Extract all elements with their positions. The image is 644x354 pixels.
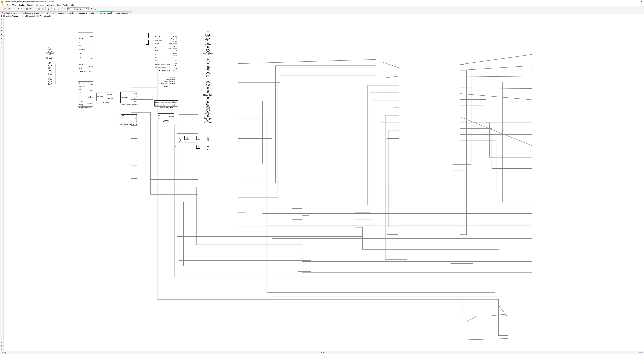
image-icon[interactable]: ▦ [0,37,3,40]
menu-edit[interactable]: Edit [6,4,11,6]
close-button[interactable]: ✕ [639,0,643,3]
mux-block[interactable] [55,64,56,84]
canvas[interactable]: 7Vwe 8Omegawe 1kill switch 2deltat 3delt… [4,18,644,351]
inport-deltar[interactable]: 6deltar [48,81,52,84]
fast-restart-button[interactable]: ✔▾ [90,7,94,11]
egm-dem-block[interactable]: EGM96 geoid elevation terrain elevation … [154,101,178,107]
aerodynamics-block[interactable]: Vb Omegab Cbe Vwe Omegawe Vbdot rho a de… [78,33,93,70]
close-icon[interactable]: ✕ [74,12,76,14]
nav-back-button[interactable]: ⬅ [13,7,16,11]
save-button[interactable]: 💾▾ [7,7,12,11]
area-icon[interactable]: ▢ [0,41,3,43]
inport-omegawe[interactable]: 8Omegawe [48,49,52,52]
maximize-button[interactable]: □ [635,0,639,3]
breadcrumb-current[interactable]: Aircraft model [40,15,51,17]
zoom-in-icon[interactable]: 🔍 [0,22,3,25]
cos-block[interactable]: cos [184,136,189,140]
gravity-block[interactable]: g latitude MSL altitude terrain elevatio… [157,76,176,85]
outport-on-the-ground[interactable]: 13on the ground [206,50,210,53]
show-panel-icon[interactable]: » [0,348,3,351]
outport-altitude[interactable]: 3altitude [206,41,210,44]
menu-display[interactable]: Display [18,4,26,6]
outport-phi[interactable]: 8phi [206,78,210,80]
run-button[interactable]: ▶ [50,7,53,11]
product-xe-block[interactable]: × [196,145,200,149]
menu-help[interactable]: Help [69,4,75,6]
mass-inertia-block[interactable]: fuel mass mass Ib Ibinv CGb Mass and ine… [120,92,138,103]
terminator-block[interactable] [114,119,116,121]
nav-forward-button[interactable]: ➡ [16,7,20,11]
outport-Vb[interactable]: 5Vb [206,59,210,62]
menu-simulation[interactable]: Simulation [35,4,46,6]
tab-forces[interactable]: Forces equation✕ [113,12,132,14]
inport-killswitch[interactable]: 1kill switch [48,55,52,57]
update-diagram-button[interactable]: 🔄 [38,7,41,11]
data-inspector-button[interactable]: 📊▾ [94,7,98,11]
close-icon[interactable]: ✕ [42,12,43,14]
inport-deltaf[interactable]: 3deltaf [48,65,52,68]
outport-AGL[interactable]: 12AGL [206,46,210,48]
stop-button[interactable]: ■ [57,7,61,11]
sum-circle-1[interactable] [178,139,181,142]
stop-time-input[interactable] [67,7,74,11]
menu-file[interactable]: File [0,4,6,6]
close-icon[interactable]: ✕ [18,12,19,14]
tab-aircraft-model[interactable]: Aircraft model [99,11,113,14]
outport-fuel-mass[interactable]: 19fuel mass [206,115,210,117]
outport-alpha[interactable]: 16alpha [206,105,210,108]
status-solver[interactable]: ode4 [639,352,643,354]
tab-traslational[interactable]: Traslational kinematics✕ [20,12,44,14]
build-button[interactable]: 🔧 [42,7,45,11]
outport-psi[interactable]: 10psi [206,87,210,89]
model-config-button[interactable]: ⚙▾ [29,7,32,11]
eom-block[interactable]: Fab+Ftb Mab+Mtb mass Ib Ibinv g M N EGM9… [155,35,178,70]
sim-mode-select[interactable]: Normal [74,7,89,11]
toggle-perspective-icon[interactable]: ⇄ [0,30,3,32]
close-icon[interactable]: ✕ [129,12,130,14]
menu-view[interactable]: View [11,4,18,6]
outport-wengine[interactable]: 18wengine [206,110,210,113]
menu-tools[interactable]: Tools [62,4,69,6]
outport-V[interactable]: 14V [206,96,210,99]
zoom-fit-icon[interactable]: ⤢ [0,19,3,21]
annotation-icon[interactable]: ☰ [0,33,3,36]
outport-latitude[interactable]: 1latitude [206,32,210,34]
propulsion-block[interactable]: kill switch out of fuel deltat rho P V C… [78,81,93,107]
sum-circle-2[interactable] [173,146,176,149]
step-forward-button[interactable]: ⏭ [54,7,57,11]
model-explorer-button[interactable]: ☰▾ [33,7,36,11]
sum-fab-ftb[interactable]: ++ [146,33,148,38]
outport-Omegab[interactable]: 6Omegab [206,64,210,67]
new-model-button[interactable]: ▫▾ [1,7,3,11]
library-browser-button[interactable]: ▦ [25,7,28,11]
product-ye-block[interactable]: × [196,136,200,140]
menu-analysis[interactable]: Analysis [46,4,55,6]
outport-Ve[interactable]: 17Ve [206,68,210,71]
nav-up-button[interactable]: ⬆ [20,7,24,11]
tab-eom[interactable]: Equations of motion✕ [77,12,99,14]
fuel-tank-block[interactable]: fuel flow fuel mass out of fuel Fuel tan… [96,93,114,101]
isa-block[interactable]: rho P T a h ISA atmosphere model [121,114,137,123]
breadcrumb-root[interactable]: AndeanCondor_model_with_control [6,15,35,17]
inport-deltat[interactable]: 2deltat [48,60,52,63]
outport-e[interactable]: 4e [206,55,210,57]
tab-propulsion[interactable]: Propulsion system✕ [0,12,20,14]
outport-longitude[interactable]: 2longitude [206,36,210,39]
menu-diagram[interactable]: Diagram [26,4,35,6]
fit-to-view-icon[interactable]: ▭ [0,26,3,29]
sum-mab-mtb[interactable]: ++ [146,40,148,45]
outport-ye[interactable]: 21ye [206,137,210,140]
breadcrumb-dropdown[interactable]: ▾ [641,15,643,17]
open-button[interactable]: 📂 [4,7,7,11]
outport-theta[interactable]: 9theta [206,82,210,85]
outport-MSL-altitude[interactable]: 11MSL altitude [206,91,210,94]
close-icon[interactable]: ✕ [96,12,98,14]
inport-vwe[interactable]: 7Vwe [48,45,52,47]
inport-deltaa[interactable]: 5deltaa [48,76,52,79]
record-button[interactable]: 📈▾ [62,7,66,11]
wgs84-block[interactable]: M N latitude WGS84 [158,113,174,120]
inport-deltae[interactable]: 4deltae [48,71,52,73]
step-back-button[interactable]: ⏮ [46,7,50,11]
outport-beta[interactable]: 15beta [206,101,210,103]
hide-nav-icon[interactable]: ⊟ [1,15,2,17]
